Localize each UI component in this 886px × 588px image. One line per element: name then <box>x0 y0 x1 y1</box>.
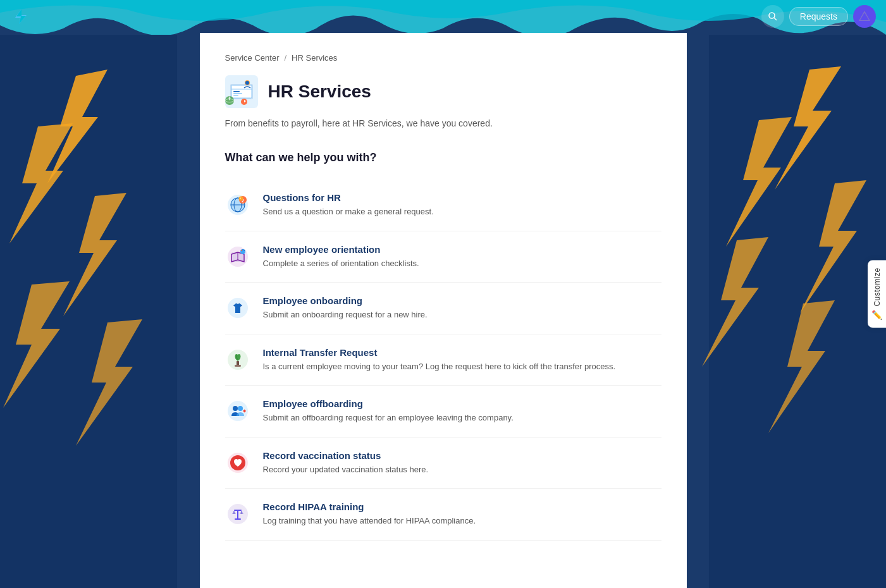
customize-label: Customize <box>873 267 882 306</box>
service-text-orientation: New employee orientation Complete a seri… <box>263 244 661 270</box>
svg-point-34 <box>238 197 243 201</box>
service-title-vaccination: Record vaccination status <box>263 450 661 461</box>
service-title-orientation: New employee orientation <box>263 244 661 255</box>
breadcrumb-current: HR Services <box>292 53 337 63</box>
service-icon-onboarding <box>225 295 250 321</box>
service-icon-hipaa <box>225 501 250 527</box>
service-text-transfer: Internal Transfer Request Is a current e… <box>263 347 661 373</box>
svg-rect-56 <box>237 518 238 519</box>
requests-button[interactable]: Requests <box>789 7 848 26</box>
service-desc-orientation: Complete a series of orientation checkli… <box>263 257 661 270</box>
service-text-vaccination: Record vaccination status Record your up… <box>263 450 661 476</box>
customize-panel[interactable]: Customize ✏️ <box>868 260 886 328</box>
service-item-vaccination[interactable]: Record vaccination status Record your up… <box>225 438 661 489</box>
header: Requests <box>0 0 886 33</box>
svg-rect-19 <box>233 91 240 92</box>
service-item-employee-onboarding[interactable]: Employee onboarding Submit an onboarding… <box>225 283 661 334</box>
section-heading: What can we help you with? <box>225 151 661 164</box>
service-desc-vaccination: Record your updated vaccination status h… <box>263 463 661 476</box>
service-title-hipaa: Record HIPAA training <box>263 501 661 512</box>
service-item-new-employee-orientation[interactable]: New employee orientation Complete a seri… <box>225 231 661 283</box>
service-item-questions-hr[interactable]: 2 Questions for HR Send us a question or… <box>225 180 661 231</box>
service-desc-onboarding: Submit an onboarding request for a new h… <box>263 309 661 321</box>
svg-line-12 <box>774 18 777 20</box>
svg-point-23 <box>245 81 249 85</box>
service-icon-vaccination <box>225 450 250 475</box>
service-icon-offboarding <box>225 398 250 424</box>
logo-icon[interactable] <box>10 6 30 27</box>
service-desc-hipaa: Log training that you have attended for … <box>263 515 661 527</box>
svg-point-11 <box>769 13 775 18</box>
svg-rect-52 <box>234 510 242 511</box>
svg-rect-51 <box>237 510 238 519</box>
atlas-avatar[interactable] <box>853 5 876 28</box>
svg-rect-44 <box>235 365 241 367</box>
service-item-hipaa[interactable]: Record HIPAA training Log training that … <box>225 489 661 541</box>
service-desc-offboarding: Submit an offboarding request for an emp… <box>263 412 661 424</box>
content-card: Service Center / HR Services <box>200 33 687 588</box>
page-icon <box>225 75 258 108</box>
service-item-internal-transfer[interactable]: Internal Transfer Request Is a current e… <box>225 334 661 386</box>
service-text-hipaa: Record HIPAA training Log training that … <box>263 501 661 527</box>
service-desc-transfer: Is a current employee moving to your tea… <box>263 360 661 373</box>
svg-point-46 <box>233 406 238 411</box>
svg-point-47 <box>238 406 243 411</box>
svg-point-40 <box>241 250 242 251</box>
service-list: 2 Questions for HR Send us a question or… <box>225 180 661 541</box>
service-text-offboarding: Employee offboarding Submit an offboardi… <box>263 398 661 424</box>
service-icon-questions-hr: 2 <box>225 192 250 217</box>
breadcrumb-parent-link[interactable]: Service Center <box>225 53 280 63</box>
main-wrapper: Service Center / HR Services <box>0 0 886 588</box>
service-text-onboarding: Employee onboarding Submit an onboarding… <box>263 295 661 321</box>
svg-point-35 <box>240 198 241 199</box>
service-item-employee-offboarding[interactable]: Employee offboarding Submit an offboardi… <box>225 386 661 438</box>
svg-rect-20 <box>233 93 242 94</box>
service-title-transfer: Internal Transfer Request <box>263 347 661 358</box>
page-title: HR Services <box>268 82 371 102</box>
breadcrumb-separator: / <box>284 53 286 63</box>
breadcrumb: Service Center / HR Services <box>225 53 661 63</box>
service-icon-transfer <box>225 347 250 372</box>
service-title-questions-hr: Questions for HR <box>263 192 661 203</box>
header-left <box>10 6 30 27</box>
customize-pencil-icon: ✏️ <box>871 310 882 321</box>
service-text-questions-hr: Questions for HR Send us a question or m… <box>263 192 661 218</box>
page-description: From benefits to payroll, here at HR Ser… <box>225 118 661 128</box>
header-right: Requests <box>761 5 876 28</box>
page-header: HR Services <box>225 75 661 108</box>
search-button[interactable] <box>761 5 784 28</box>
service-title-onboarding: Employee onboarding <box>263 295 661 306</box>
service-icon-orientation <box>225 244 250 269</box>
svg-rect-21 <box>233 95 238 96</box>
service-title-offboarding: Employee offboarding <box>263 398 661 409</box>
service-desc-questions-hr: Send us a question or make a general req… <box>263 205 661 218</box>
